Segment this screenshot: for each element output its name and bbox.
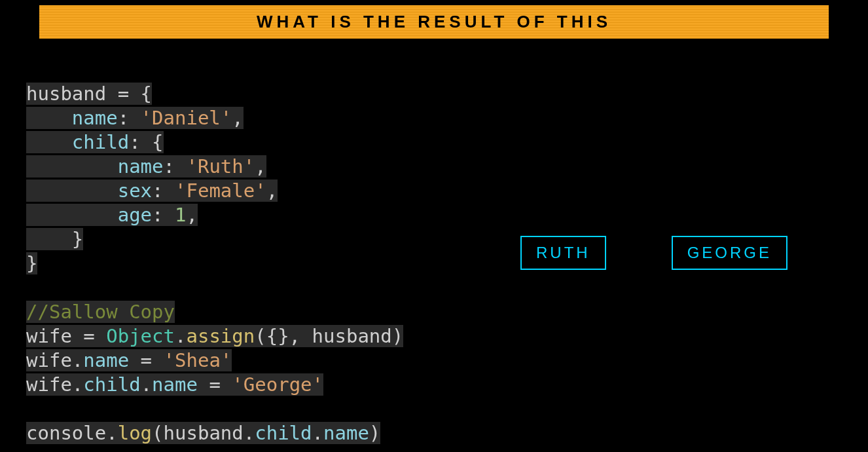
code-token: : [152, 204, 163, 226]
code-token: . [72, 373, 83, 396]
code-token: 'Shea' [164, 349, 232, 371]
code-token: ({}, [255, 325, 312, 347]
code-token: age [118, 204, 152, 226]
code-token: wife [26, 373, 72, 396]
code-token: ( [152, 422, 163, 444]
code-comment: //Sallow Copy [26, 301, 175, 323]
code-token: } [72, 228, 83, 250]
slide-title: WHAT IS THE RESULT OF THIS [39, 5, 829, 39]
code-token: 'Female' [164, 179, 266, 202]
code-token: : [152, 179, 163, 202]
code-token: = { [106, 83, 152, 105]
code-token: name [323, 422, 369, 444]
code-token [26, 155, 118, 178]
code-token: 'Ruth' [175, 155, 255, 178]
code-token: : [129, 131, 140, 153]
code-token: 1 [164, 204, 187, 226]
code-token: husband [164, 422, 244, 444]
code-token: child [83, 373, 140, 396]
code-token: = [129, 349, 163, 371]
code-block: husband = { name: 'Daniel', child: { nam… [26, 82, 403, 445]
code-token: console [26, 422, 106, 444]
code-token: Object [106, 325, 175, 347]
code-token: . [141, 373, 152, 396]
code-token: . [72, 349, 83, 371]
code-token: , [232, 107, 243, 129]
code-token: : [164, 155, 175, 178]
code-token: , [186, 204, 197, 226]
code-token: sex [118, 179, 152, 202]
code-token: , [266, 179, 278, 202]
code-token [26, 204, 118, 226]
answer-option-george[interactable]: GEORGE [672, 236, 787, 270]
code-token: ) [369, 422, 380, 444]
code-token: 'George' [232, 373, 323, 396]
code-token: 'Daniel' [129, 107, 232, 129]
code-token: = [198, 373, 232, 396]
code-token: wife [26, 349, 72, 371]
code-token: . [175, 325, 186, 347]
answer-option-ruth[interactable]: RUTH [520, 236, 606, 270]
code-token: name [72, 107, 118, 129]
code-token [26, 228, 72, 250]
code-token: husband [312, 325, 392, 347]
code-token: ) [392, 325, 403, 347]
code-token: assign [186, 325, 255, 347]
code-token: . [244, 422, 255, 444]
code-token: { [141, 131, 164, 153]
code-token: log [118, 422, 152, 444]
code-token: child [72, 131, 129, 153]
code-token: = [72, 325, 106, 347]
code-token: child [255, 422, 312, 444]
answer-options: RUTH GEORGE [520, 236, 787, 270]
code-token: name [83, 349, 129, 371]
code-token: husband [26, 83, 106, 105]
code-token: : [118, 107, 129, 129]
code-token [26, 107, 72, 129]
code-token: name [118, 155, 164, 178]
code-token: } [26, 252, 37, 274]
code-token: . [106, 422, 117, 444]
code-token: . [312, 422, 323, 444]
code-token [26, 131, 72, 153]
code-token: name [152, 373, 198, 396]
code-token: , [255, 155, 266, 178]
code-token [26, 179, 118, 202]
code-token: wife [26, 325, 72, 347]
